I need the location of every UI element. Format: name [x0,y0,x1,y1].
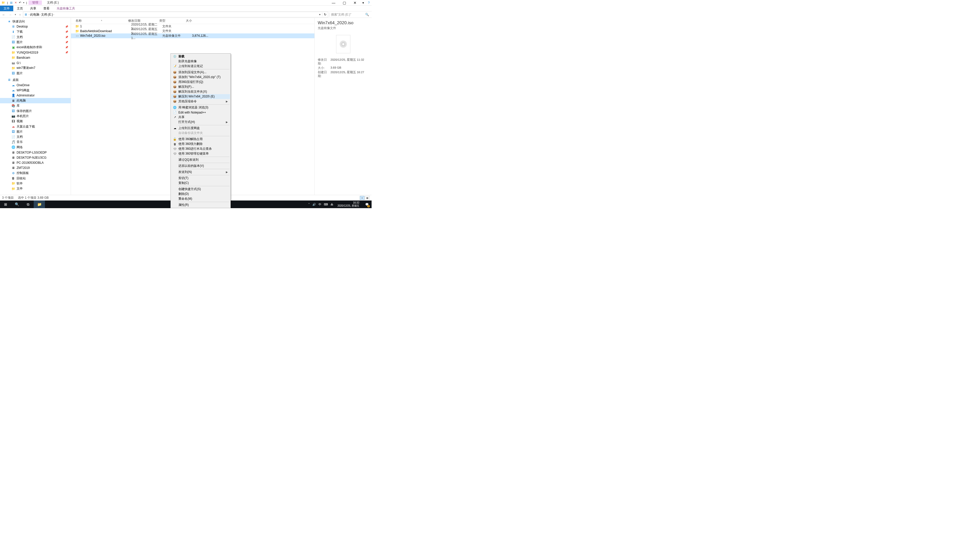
volume-icon[interactable]: 🔊 [312,203,316,206]
action-center-button[interactable]: 💬3 [363,200,371,208]
context-menu-item[interactable]: 复制(C) [171,181,230,186]
context-menu-item[interactable]: 📦添加到 "Win7x64_2020.zip" (T) [171,75,230,79]
context-menu-item[interactable]: 📦解压到 Win7x64_2020\ (E) [171,94,230,99]
chevron-right-icon[interactable]: › [28,13,30,16]
folder-row[interactable]: 📁BaiduNetdiskDownload2020/12/25, 星期五 1..… [71,29,314,34]
start-button[interactable]: ⊞ [0,200,11,208]
tree-item[interactable]: 🖼保存的图片 [0,108,71,114]
tree-item[interactable]: 🎵音乐 [0,140,71,144]
tree-item[interactable]: 🎞视频 [0,119,71,124]
minimize-button[interactable]: — [328,1,339,5]
ime-indicator[interactable]: 中 [318,203,321,206]
context-menu-item[interactable]: 📦添加到压缩文件(A)... [171,70,230,75]
search-input[interactable]: 搜索"文档 (E:)" 🔍 [329,13,371,17]
tree-item[interactable]: 📁Bandicam [0,55,71,60]
tree-item[interactable]: 🖥桌面 [0,77,71,83]
crumb-drive[interactable]: 文档 (E:) [41,13,53,17]
tree-item[interactable]: 🗑回收站 [0,176,71,181]
context-tab[interactable]: 管理 [29,0,42,5]
chevron-right-icon[interactable]: › [53,13,55,16]
tree-item[interactable]: 🖥PC-20190530OBLA [0,160,71,165]
tree-item[interactable]: 🖼图片 [0,129,71,134]
folder-row[interactable]: 📁12020/12/15, 星期二 1...文件夹 [71,24,314,29]
breadcrumb[interactable]: 🖥 › 此电脑 › 文档 (E:) › ▾ ↻ [23,12,328,17]
tab-share[interactable]: 共享 [27,6,40,11]
tab-disc-tools[interactable]: 光盘映像工具 [53,6,79,11]
undo-icon[interactable]: ↶ [19,1,21,4]
refresh-icon[interactable]: ↻ [322,13,328,16]
chevron-right-icon[interactable]: › [39,13,41,16]
tree-item[interactable]: 🖥DESKTOP-NJEU3CG [0,155,71,160]
search-icon[interactable]: 🔍 [365,13,369,16]
context-menu-item[interactable]: 📄Edit with Notepad++ [171,110,230,115]
close-button[interactable]: ✕ [350,1,360,5]
tray-expand-icon[interactable]: ˄ [308,203,310,206]
context-menu-item[interactable]: ↗共享 [171,115,230,120]
context-menu-item[interactable]: 🗑使用 360强力删除 [171,141,230,146]
crumb-pc[interactable]: 此电脑 [30,13,39,17]
tree-item[interactable]: 📁YUNQISHI2019📌 [0,50,71,55]
clock[interactable]: 16:32 2020/12/25, 星期五 [336,201,361,207]
tree-item[interactable]: ★快速访问 [0,19,71,24]
tree-item[interactable]: ▣excel表格制作求和📌 [0,44,71,50]
maximize-button[interactable]: ▢ [339,1,350,5]
back-button[interactable]: ← [1,13,6,17]
tree-item[interactable]: ⬇下载📌 [0,29,71,35]
history-dropdown-icon[interactable]: ▾ [14,13,17,16]
tree-item[interactable]: 🖥DESKTOP-LSSOEDP [0,150,71,155]
tab-file[interactable]: 文件 [0,6,13,11]
delete-icon[interactable]: ✕ [14,1,17,4]
tree-item[interactable]: ☁WPS网盘 [0,88,71,93]
context-menu-item[interactable]: 通过QQ发送到 [171,157,230,162]
context-menu-item[interactable]: 打开方式(H)▶ [171,120,230,124]
address-dropdown-icon[interactable]: ▾ [318,13,322,16]
context-menu-item[interactable]: 📦解压到(F)... [171,84,230,89]
tree-item[interactable]: 📚库 [0,103,71,108]
up-button[interactable]: ↑ [18,13,22,17]
column-headers[interactable]: 名称 修改日期 类型 大小 [71,18,314,24]
context-menu-item[interactable]: 删除(D) [171,192,230,197]
qat-dropdown-icon[interactable]: ▾ [23,2,24,4]
explorer-task-button[interactable]: 📁 [34,200,45,208]
tree-item[interactable]: 🖴G:\ [0,60,71,65]
tree-item[interactable]: 🖼图片📌 [0,40,71,44]
ribbon-toggle-icon[interactable]: ▾ [360,1,366,5]
tab-view[interactable]: 查看 [40,6,53,11]
context-menu-item[interactable]: 💿装载 [171,54,230,59]
context-menu-item[interactable]: 属性(R) [171,203,230,207]
tree-item[interactable]: 🖼图片 [0,71,71,76]
context-menu-item[interactable]: 📦其他压缩命令▶ [171,99,230,104]
column-name[interactable]: 名称 [71,19,128,23]
tree-item[interactable]: 🌐网络 [0,144,71,150]
context-menu-item[interactable]: 还原以前的版本(V) [171,164,230,168]
context-menu-item[interactable]: 创建快捷方式(S) [171,187,230,192]
tree-item[interactable]: 🖥Desktop📌 [0,24,71,29]
column-size[interactable]: 大小 [186,19,208,23]
context-menu-item[interactable]: 重命名(M) [171,197,230,201]
navigation-pane[interactable]: ★快速访问🖥Desktop📌⬇下载📌📄文档📌🖼图片📌▣excel表格制作求和📌📁… [0,18,71,195]
tab-home[interactable]: 主页 [13,6,27,11]
task-view-button[interactable]: ⧉ [22,200,34,208]
tree-item[interactable]: 📄文档📌 [0,35,71,40]
tree-item[interactable]: 🖥ZMT2019 [0,165,71,170]
context-menu-item[interactable]: 🔓使用 360解除占用 [171,137,230,141]
column-type[interactable]: 类型 [159,19,186,23]
tree-item[interactable]: 🖥此电脑 [0,98,71,103]
save-icon[interactable]: ▥ [10,1,13,4]
context-menu-item[interactable]: ☁上传到百度网盘 [171,126,230,130]
help-icon[interactable]: ? [366,1,372,5]
tree-item[interactable]: 👤Administrator [0,93,71,98]
context-menu-item[interactable]: 🛡使用 360管理右键菜单 [171,151,230,156]
context-menu-item[interactable]: 发送到(N)▶ [171,170,230,175]
context-menu-item[interactable]: 剪切(T) [171,176,230,181]
thumbnails-view-button[interactable]: ▦ [365,196,369,200]
context-menu-item[interactable]: 🌐用 蜂蜜浏览器 浏览(3) [171,105,230,110]
ime-mode-icon[interactable]: ⌨ [324,203,328,206]
tree-item[interactable]: 📷本机照片 [0,114,71,119]
network-icon[interactable]: 🖧 [331,203,333,206]
details-view-button[interactable]: ≡ [360,196,364,200]
search-task-button[interactable]: 🔍 [11,200,22,208]
tree-item[interactable]: ☁OneDrive [0,83,71,88]
forward-button[interactable]: → [7,13,13,17]
context-menu-item[interactable]: 🛡使用 360进行木马云查杀 [171,146,230,151]
